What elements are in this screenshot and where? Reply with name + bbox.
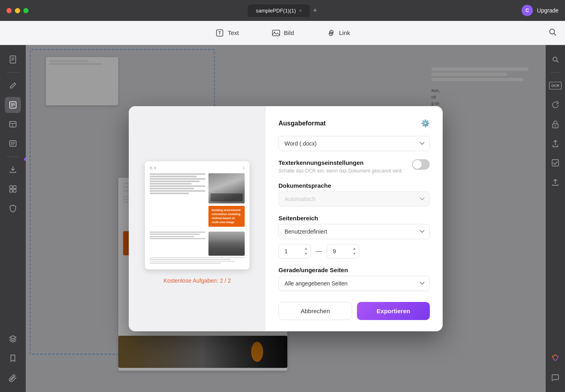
page-to-down[interactable]: ▼ [351, 252, 357, 256]
odd-even-section: Gerade/ungerade Seiten Alle angegebenen … [278, 267, 430, 291]
sidebar-icon-compress[interactable] [5, 181, 21, 197]
right-icon-ai[interactable] [547, 350, 563, 366]
ocr-text: Texterkennungseinstellungen Schalte das … [278, 159, 403, 174]
format-select-wrap: Word (.docx) PDF (.pdf) Text (.txt) [278, 136, 430, 151]
page-to-wrap: ▲ ▼ [327, 244, 359, 259]
link-tool-icon [326, 28, 336, 38]
pdf-text-content [150, 173, 205, 229]
tab-bar: samplePDF(1)(1) × + [248, 4, 318, 17]
toolbar-link[interactable]: Link [320, 25, 357, 41]
right-icon-search[interactable] [547, 51, 563, 68]
pdf-orange-title: Building environment information modelin… [208, 206, 245, 226]
svg-text:OCR: OCR [551, 84, 560, 88]
svg-rect-22 [13, 186, 16, 189]
right-icon-replace[interactable] [547, 97, 563, 113]
page-to-spinners: ▲ ▼ [351, 246, 357, 256]
sidebar-icon-table[interactable] [5, 116, 21, 132]
cancel-button[interactable]: Abbrechen [278, 302, 352, 320]
right-icon-chat[interactable] [547, 369, 563, 386]
ocr-toggle[interactable] [412, 159, 430, 170]
format-section-header: Ausgabeformat ⚙️ [278, 119, 430, 128]
export-dialog: B, 8 1 [129, 106, 443, 331]
right-sidebar: OCR [546, 45, 565, 392]
page-from-wrap: ▲ ▼ [278, 244, 311, 259]
range-dash: — [315, 248, 322, 255]
right-divider-1 [551, 72, 560, 73]
page-from-up[interactable]: ▲ [303, 246, 309, 251]
free-tasks-counter: Kostenlose Aufgaben: 2 / 2 [163, 277, 231, 284]
sidebar-icon-attach[interactable] [5, 369, 21, 386]
tab-title: samplePDF(1)(1) [256, 8, 296, 14]
content-area: ition,ndg onir is THE races.e inntsture,… [26, 45, 546, 392]
dialog-footer: Abbrechen Exportieren [278, 302, 430, 320]
settings-icon[interactable]: ⚙️ [421, 119, 430, 128]
bild-tool-label: Bild [284, 29, 294, 36]
close-button[interactable] [6, 8, 12, 13]
page-to-up[interactable]: ▲ [351, 246, 357, 251]
active-tab[interactable]: samplePDF(1)(1) × [248, 4, 310, 17]
right-icon-share[interactable] [547, 135, 563, 152]
sidebar-icon-edit[interactable] [5, 78, 21, 94]
svg-line-5 [554, 33, 556, 35]
language-label: Dokumentsprache [278, 182, 430, 189]
svg-rect-14 [10, 121, 16, 127]
dialog-preview-panel: B, 8 1 [129, 106, 266, 331]
titlebar: samplePDF(1)(1) × + C Upgrade [0, 0, 565, 21]
tab-close-icon[interactable]: × [299, 8, 301, 13]
pdf-small-text [150, 257, 245, 264]
minimize-button[interactable] [15, 8, 20, 13]
dialog-form-panel: Ausgabeformat ⚙️ Word (.docx) PDF (.pdf)… [266, 106, 443, 331]
language-section: Dokumentsprache Automatisch Deutsch Engl… [278, 182, 430, 207]
pdf-preview-card: B, 8 1 [145, 161, 250, 269]
svg-text:T: T [219, 31, 221, 35]
format-select[interactable]: Word (.docx) PDF (.pdf) Text (.txt) [278, 136, 430, 151]
toolbar-text[interactable]: T Text [208, 25, 245, 41]
upgrade-button[interactable]: Upgrade [537, 7, 559, 14]
page-from-spinners: ▲ ▼ [303, 246, 309, 256]
right-icon-ocr[interactable]: OCR [547, 78, 563, 94]
sidebar-icon-layers[interactable] [5, 331, 21, 347]
sidebar-divider-2 [7, 156, 19, 157]
range-select[interactable]: Benutzerdefiniert Alle Seiten [278, 224, 430, 239]
sidebar-divider-1 [7, 72, 19, 73]
maximize-button[interactable] [23, 8, 29, 13]
ocr-description: Schalte das OCR ein, wenn das Dokument g… [278, 168, 403, 174]
sidebar-icon-annotate[interactable] [5, 97, 21, 113]
ocr-toggle-row: Texterkennungseinstellungen Schalte das … [278, 159, 430, 174]
text-tool-icon: T [215, 28, 225, 38]
search-button[interactable] [548, 27, 557, 38]
page-range-row: ▲ ▼ — ▲ ▼ [278, 244, 430, 259]
pdf-page-numbers: B, 8 1 [150, 166, 245, 170]
svg-rect-21 [10, 186, 12, 189]
svg-rect-23 [10, 189, 12, 192]
right-icon-check[interactable] [547, 155, 563, 171]
sidebar-icon-bookmark[interactable] [5, 350, 21, 366]
page-range-section: Seitenbereich Benutzerdefiniert Alle Sei… [278, 215, 430, 259]
pdf-person-image [208, 232, 245, 256]
sidebar-icon-doc[interactable] [5, 51, 21, 68]
odd-even-select[interactable]: Alle angegebenen Seiten Nur gerade Seite… [278, 276, 430, 291]
toolbar-bild[interactable]: Bild [264, 25, 300, 41]
svg-line-26 [557, 61, 558, 62]
language-select[interactable]: Automatisch Deutsch Englisch [278, 191, 430, 207]
left-sidebar [0, 45, 26, 392]
page-from-down[interactable]: ▼ [303, 252, 309, 256]
export-button[interactable]: Exportieren [357, 302, 430, 320]
user-avatar: C [522, 5, 533, 16]
pdf-image-col: Building environment information modelin… [208, 173, 245, 229]
right-icon-lock[interactable] [547, 116, 563, 132]
svg-rect-24 [13, 189, 16, 192]
dialog-overlay: B, 8 1 [26, 45, 546, 392]
svg-point-30 [555, 125, 556, 127]
link-tool-label: Link [339, 29, 351, 36]
right-icon-upload[interactable] [547, 174, 563, 190]
new-tab-button[interactable]: + [313, 6, 318, 15]
range-label: Seitenbereich [278, 215, 430, 222]
toggle-knob [413, 160, 422, 169]
pdf-building-image [208, 173, 245, 203]
sidebar-icon-security[interactable] [5, 200, 21, 216]
traffic-lights [6, 8, 29, 13]
sidebar-icon-extract[interactable] [5, 162, 21, 178]
sidebar-icon-form[interactable] [5, 135, 21, 152]
ocr-title: Texterkennungseinstellungen [278, 159, 403, 166]
